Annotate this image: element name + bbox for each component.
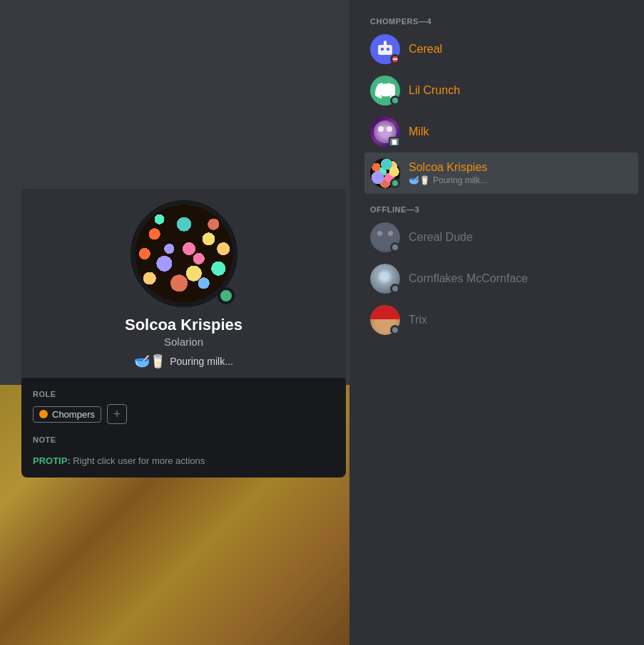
activity-text: Pouring milk... [433, 175, 487, 185]
svg-rect-2 [387, 48, 389, 51]
member-avatar-solcoa [370, 158, 400, 188]
role-section: ROLE Chompers + [33, 390, 334, 424]
category-chompers: CHOMPERS—4 Cereal [364, 11, 638, 194]
note-label: NOTE [33, 435, 334, 444]
activity-emoji: 🥣🥛 [409, 175, 430, 185]
member-item-milk[interactable]: Milk [364, 111, 638, 153]
category-offline: OFFLINE—3 Cereal Dude [364, 200, 638, 341]
category-label-chompers: CHOMPERS—4 [364, 11, 638, 29]
member-name-milk: Milk [409, 125, 633, 138]
member-avatar-trix [370, 305, 400, 335]
member-status-offline-cereal-dude [390, 242, 400, 252]
member-info-solcoa: Solcoa Krispies 🥣🥛 Pouring milk... [409, 161, 633, 185]
protip-text: PROTIP: Right click user for more action… [33, 455, 334, 466]
member-info-cereal: Cereal [409, 43, 633, 56]
role-color-dot [39, 410, 48, 418]
member-item-lil-crunch[interactable]: Lil Crunch [364, 70, 638, 111]
member-status-dnd-cereal [390, 54, 400, 64]
member-item-trix[interactable]: Trix [364, 299, 638, 341]
member-item-cereal-dude[interactable]: Cereal Dude [364, 217, 638, 258]
member-activity-solcoa: 🥣🥛 Pouring milk... [409, 175, 633, 185]
profile-online-indicator [218, 287, 235, 304]
member-avatar-cereal-dude [370, 222, 400, 252]
profile-status: 🥣🥛 Pouring milk... [134, 354, 233, 369]
member-name-cereal-dude: Cereal Dude [409, 231, 633, 244]
member-status-offline-cornflakes [390, 284, 400, 294]
member-info-cornflakes: Cornflakes McCornface [409, 272, 633, 285]
member-item-solcoa-krispies[interactable]: Solcoa Krispies 🥣🥛 Pouring milk... [364, 153, 638, 194]
member-avatar-lil-crunch [370, 76, 400, 105]
member-info-lil-crunch: Lil Crunch [409, 84, 633, 97]
member-name-trix: Trix [409, 314, 633, 326]
profile-header: Solcoa Krispies Solarion 🥣🥛 Pouring milk… [21, 189, 346, 378]
note-section: NOTE [33, 435, 334, 444]
svg-rect-0 [378, 45, 392, 55]
member-name-cereal: Cereal [409, 43, 633, 56]
member-status-online-lil-crunch [390, 96, 400, 105]
member-status-online-solcoa [390, 178, 400, 188]
profile-card: Solcoa Krispies Solarion 🥣🥛 Pouring milk… [21, 189, 346, 478]
member-avatar-cornflakes [370, 264, 400, 294]
member-list-panel: CHOMPERS—4 Cereal [359, 0, 644, 645]
role-label: ROLE [33, 390, 334, 398]
role-tags: Chompers + [33, 404, 334, 424]
left-panel: Solcoa Krispies Solarion 🥣🥛 Pouring milk… [0, 0, 349, 645]
category-label-offline: OFFLINE—3 [364, 200, 638, 217]
svg-rect-1 [381, 48, 384, 51]
profile-avatar-container [131, 200, 237, 307]
protip-label: PROTIP: [33, 455, 71, 466]
role-tag-label: Chompers [52, 409, 95, 420]
profile-username: Solarion [164, 336, 203, 348]
add-role-button[interactable]: + [107, 404, 127, 424]
protip-description: Right click user for more actions [73, 455, 205, 466]
member-item-cereal[interactable]: Cereal [364, 29, 638, 70]
member-name-cornflakes: Cornflakes McCornface [409, 272, 633, 285]
member-info-trix: Trix [409, 314, 633, 326]
svg-point-4 [384, 41, 387, 43]
status-emoji: 🥣🥛 [134, 354, 165, 369]
profile-body: ROLE Chompers + NOTE PROTIP: Right click… [21, 378, 346, 478]
role-tag-chompers[interactable]: Chompers [33, 406, 101, 423]
member-item-cornflakes[interactable]: Cornflakes McCornface [364, 258, 638, 299]
status-text: Pouring milk... [170, 356, 233, 367]
member-info-milk: Milk [409, 125, 633, 138]
profile-name: Solcoa Krispies [125, 316, 242, 334]
member-info-cereal-dude: Cereal Dude [409, 231, 633, 244]
member-avatar-milk [370, 117, 400, 147]
member-name-solcoa: Solcoa Krispies [409, 161, 633, 174]
member-status-idle-milk [389, 137, 400, 147]
member-name-lil-crunch: Lil Crunch [409, 84, 633, 97]
member-avatar-cereal [370, 34, 400, 64]
profile-avatar-image [135, 205, 233, 303]
member-status-offline-trix [390, 325, 400, 335]
